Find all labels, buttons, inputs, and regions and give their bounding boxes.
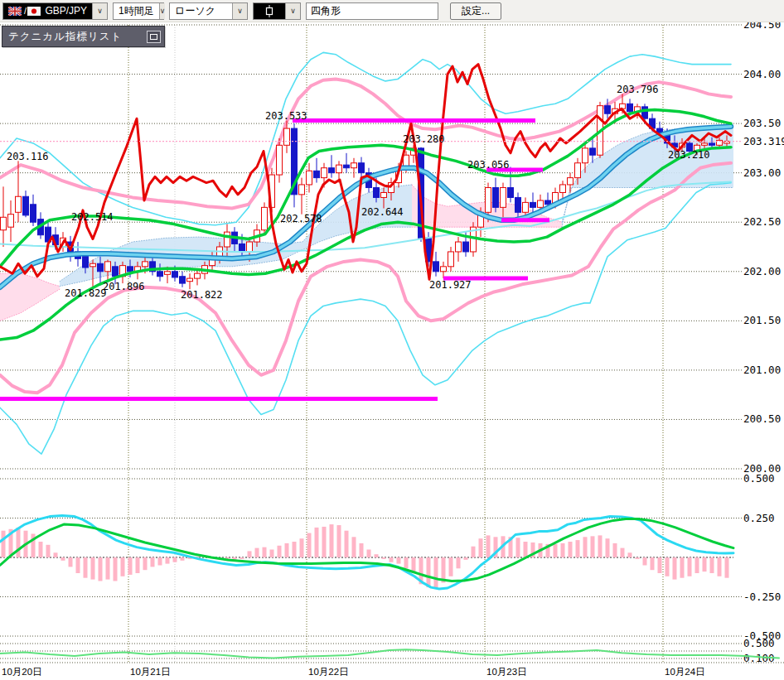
chevron-down-icon: ∨ [160, 7, 166, 15]
svg-text:202.50: 202.50 [743, 215, 781, 228]
trading-app-window: / GBP/JPY ∨ 1時間足 ∨ ローソク ∨ ∨ [0, 0, 784, 680]
svg-text:10月22日: 10月22日 [308, 667, 349, 677]
svg-text:201.50: 201.50 [743, 314, 781, 326]
svg-text:201.822: 201.822 [181, 289, 223, 301]
chevron-down-icon: ∨ [237, 7, 243, 15]
svg-text:203.280: 203.280 [403, 133, 445, 145]
chart-area: 204.50204.00203.50203.00202.50202.00201.… [0, 22, 784, 680]
svg-text:204.50: 204.50 [743, 22, 781, 31]
candle-color-select-arrow[interactable]: ∨ [285, 3, 300, 19]
svg-text:202.514: 202.514 [71, 211, 114, 223]
timeframe-select-arrow[interactable]: ∨ [159, 3, 166, 19]
japan-flag-icon [27, 7, 41, 16]
svg-text:10月20日: 10月20日 [2, 667, 42, 677]
svg-text:10月24日: 10月24日 [665, 667, 705, 677]
chart-type-label: ローソク [170, 4, 232, 18]
svg-text:10月21日: 10月21日 [130, 667, 171, 677]
svg-text:203.796: 203.796 [617, 84, 659, 95]
svg-text:200.50: 200.50 [743, 412, 781, 425]
svg-text:202.578: 202.578 [280, 213, 322, 224]
timeframe-label: 1時間足 [114, 4, 159, 18]
pair-flag-separator: / [24, 6, 27, 16]
pair-label: GBP/JPY [45, 5, 87, 17]
svg-text:201.00: 201.00 [743, 364, 781, 376]
svg-text:-0.250: -0.250 [743, 591, 781, 603]
svg-text:203.533: 203.533 [265, 110, 307, 122]
chart-canvas[interactable]: 204.50204.00203.50203.00202.50202.00201.… [0, 22, 784, 680]
timeframe-select[interactable]: 1時間足 ∨ [113, 2, 164, 20]
svg-text:202.00: 202.00 [743, 265, 781, 277]
uk-flag-icon [8, 7, 22, 16]
svg-text:0.500: 0.500 [743, 637, 775, 649]
svg-text:203.056: 203.056 [467, 159, 510, 171]
svg-text:201.829: 201.829 [65, 287, 107, 299]
restore-window-icon[interactable] [147, 31, 161, 43]
chart-type-select[interactable]: ローソク ∨ [169, 2, 248, 20]
white-candle-icon [265, 5, 273, 17]
chevron-down-icon: ∨ [97, 7, 103, 15]
chevron-down-icon: ∨ [290, 7, 296, 15]
svg-text:202.644: 202.644 [361, 206, 404, 218]
technical-indicator-list-panel[interactable]: テクニカル指標リスト [2, 26, 165, 47]
svg-text:203.50: 203.50 [743, 117, 781, 129]
pair-select[interactable]: / GBP/JPY ∨ [2, 2, 108, 20]
panel-title: テクニカル指標リスト [8, 30, 122, 44]
svg-text:201.896: 201.896 [103, 281, 145, 292]
svg-text:10月23日: 10月23日 [486, 667, 527, 677]
settings-button[interactable]: 設定... [450, 2, 501, 20]
svg-text:201.927: 201.927 [429, 279, 472, 291]
chart-type-select-arrow[interactable]: ∨ [232, 3, 247, 19]
svg-text:0.500: 0.500 [743, 472, 775, 485]
svg-text:203.210: 203.210 [668, 149, 710, 161]
svg-text:203.116: 203.116 [7, 151, 49, 162]
chart-toolbar: / GBP/JPY ∨ 1時間足 ∨ ローソク ∨ ∨ [0, 0, 784, 22]
svg-text:204.00: 204.00 [743, 68, 781, 80]
svg-text:203.00: 203.00 [743, 166, 781, 179]
svg-text:203.319: 203.319 [743, 135, 784, 147]
drawing-tool-input[interactable] [306, 2, 438, 20]
pair-select-arrow[interactable]: ∨ [92, 3, 107, 19]
svg-text:0.250: 0.250 [743, 512, 775, 524]
candle-color-select[interactable]: ∨ [253, 2, 301, 20]
current-price-label: 203.319 [743, 135, 784, 147]
